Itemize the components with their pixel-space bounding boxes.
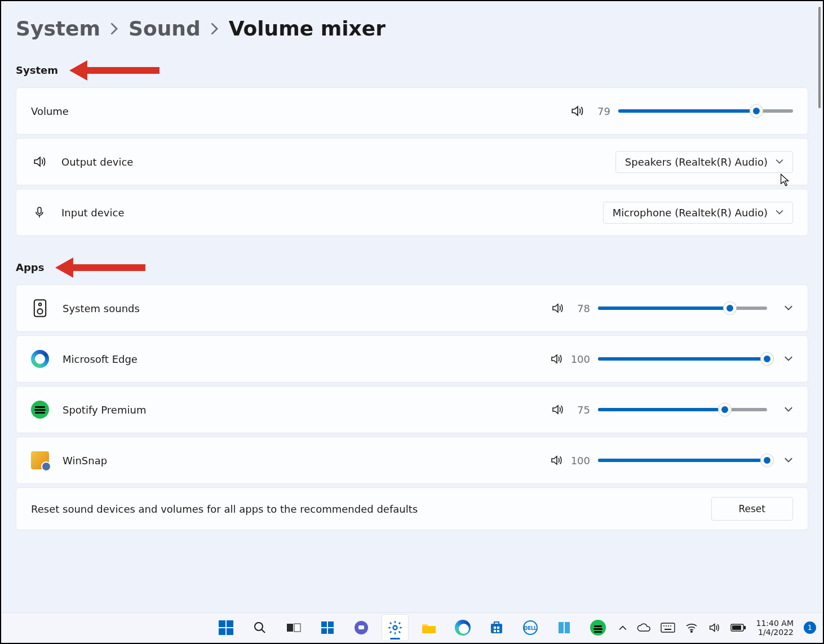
spotify-icon bbox=[31, 401, 49, 419]
speaker-icon[interactable] bbox=[551, 403, 564, 416]
search-button[interactable] bbox=[247, 615, 273, 641]
app-volume-value: 78 bbox=[572, 303, 590, 314]
chat-button[interactable] bbox=[348, 615, 374, 641]
svg-rect-0 bbox=[38, 207, 41, 214]
breadcrumb-system[interactable]: System bbox=[16, 17, 100, 40]
keyboard-icon[interactable] bbox=[661, 623, 675, 633]
section-heading-system: System bbox=[16, 64, 58, 76]
svg-point-13 bbox=[393, 625, 397, 629]
output-device-selected: Speakers (Realtek(R) Audio) bbox=[625, 156, 768, 168]
svg-rect-19 bbox=[497, 630, 499, 632]
svg-rect-9 bbox=[321, 628, 327, 634]
svg-point-25 bbox=[663, 625, 664, 627]
notification-badge[interactable]: 1 bbox=[804, 621, 816, 634]
app-row-system-sounds: System sounds 78 bbox=[16, 285, 808, 332]
volume-slider[interactable] bbox=[618, 109, 793, 113]
clock-date: 1/4/2022 bbox=[756, 628, 794, 637]
svg-rect-33 bbox=[744, 626, 746, 629]
svg-rect-12 bbox=[358, 625, 364, 629]
speaker-icon[interactable] bbox=[708, 621, 720, 634]
svg-point-28 bbox=[670, 625, 671, 627]
svg-rect-29 bbox=[664, 629, 671, 630]
app-volume-slider[interactable] bbox=[598, 408, 767, 411]
output-device-dropdown[interactable]: Speakers (Realtek(R) Audio) bbox=[615, 151, 793, 173]
chevron-right-icon bbox=[110, 23, 118, 35]
start-button[interactable] bbox=[213, 615, 239, 641]
section-heading-apps: Apps bbox=[16, 261, 44, 273]
chevron-down-icon bbox=[776, 210, 783, 215]
speaker-icon[interactable] bbox=[551, 301, 564, 315]
explorer-button[interactable] bbox=[416, 615, 442, 641]
breadcrumb-sound[interactable]: Sound bbox=[129, 17, 201, 40]
tray-chevron-up-icon[interactable] bbox=[619, 625, 627, 630]
volume-value: 79 bbox=[592, 105, 610, 117]
app-name: WinSnap bbox=[63, 455, 550, 467]
svg-point-27 bbox=[668, 625, 669, 627]
chevron-right-icon bbox=[211, 23, 219, 35]
app-row-edge: Microsoft Edge 100 bbox=[16, 335, 808, 383]
svg-rect-22 bbox=[559, 622, 564, 633]
expand-chevron[interactable] bbox=[784, 407, 793, 412]
app-row-spotify: Spotify Premium 75 bbox=[16, 386, 808, 433]
clock-time: 11:40 AM bbox=[756, 619, 794, 628]
annotation-arrow bbox=[55, 260, 145, 274]
volume-row: Volume 79 bbox=[16, 87, 808, 135]
svg-text:DELL: DELL bbox=[524, 626, 537, 631]
input-device-dropdown[interactable]: Microphone (Realtek(R) Audio) bbox=[603, 202, 793, 224]
expand-chevron[interactable] bbox=[784, 305, 793, 311]
svg-rect-7 bbox=[321, 621, 327, 627]
svg-rect-10 bbox=[328, 628, 334, 634]
clock[interactable]: 11:40 AM 1/4/2022 bbox=[756, 619, 794, 637]
scrollbar[interactable] bbox=[818, 7, 821, 108]
svg-point-26 bbox=[666, 625, 667, 627]
app-volume-value: 75 bbox=[572, 404, 590, 416]
output-device-label: Output device bbox=[61, 156, 615, 168]
app-name: System sounds bbox=[63, 303, 551, 314]
settings-button[interactable] bbox=[382, 615, 408, 641]
app-volume-slider[interactable] bbox=[598, 459, 767, 462]
svg-rect-32 bbox=[732, 625, 741, 630]
svg-point-3 bbox=[37, 309, 42, 314]
annotation-arrow bbox=[69, 63, 160, 77]
svg-rect-6 bbox=[294, 624, 300, 632]
svg-rect-23 bbox=[565, 622, 570, 633]
svg-rect-24 bbox=[661, 623, 675, 632]
expand-chevron[interactable] bbox=[784, 356, 793, 362]
volume-label: Volume bbox=[31, 105, 570, 117]
onedrive-icon[interactable] bbox=[637, 623, 650, 632]
app-volume-slider[interactable] bbox=[598, 307, 767, 310]
reset-label: Reset sound devices and volumes for all … bbox=[31, 503, 711, 515]
spotify-button[interactable] bbox=[585, 615, 611, 641]
svg-point-2 bbox=[39, 303, 42, 306]
battery-icon[interactable] bbox=[730, 623, 746, 632]
speaker-icon bbox=[31, 153, 48, 170]
edge-button[interactable] bbox=[450, 615, 476, 641]
output-device-row: Output device Speakers (Realtek(R) Audio… bbox=[16, 138, 808, 185]
svg-rect-15 bbox=[491, 624, 502, 633]
input-device-label: Input device bbox=[61, 207, 603, 219]
speaker-icon[interactable] bbox=[550, 454, 563, 467]
svg-point-30 bbox=[690, 630, 692, 632]
taskbar: DELL 11:40 AM 1/4/2022 1 bbox=[2, 612, 822, 642]
task-view-button[interactable] bbox=[281, 615, 307, 641]
speaker-icon[interactable] bbox=[570, 104, 584, 118]
expand-chevron[interactable] bbox=[784, 458, 793, 463]
svg-rect-17 bbox=[497, 627, 499, 629]
dell-button[interactable]: DELL bbox=[517, 615, 543, 641]
store-button[interactable] bbox=[484, 615, 510, 641]
reset-button[interactable]: Reset bbox=[711, 497, 794, 521]
input-device-selected: Microphone (Realtek(R) Audio) bbox=[613, 207, 768, 219]
widgets-button[interactable] bbox=[314, 615, 340, 641]
app-name: Microsoft Edge bbox=[63, 353, 550, 365]
app-row-winsnap: WinSnap 100 bbox=[16, 437, 808, 484]
system-sounds-icon bbox=[31, 299, 49, 317]
app-volume-slider[interactable] bbox=[598, 357, 767, 361]
wifi-icon[interactable] bbox=[685, 623, 698, 633]
input-device-row: Input device Microphone (Realtek(R) Audi… bbox=[16, 189, 808, 236]
svg-rect-18 bbox=[494, 630, 496, 632]
app-button[interactable] bbox=[551, 615, 577, 641]
speaker-icon[interactable] bbox=[550, 352, 563, 366]
app-volume-value: 100 bbox=[571, 455, 590, 467]
edge-icon bbox=[31, 350, 49, 368]
app-name: Spotify Premium bbox=[63, 404, 551, 416]
